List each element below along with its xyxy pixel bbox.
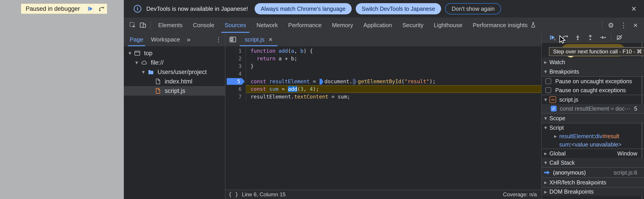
code-line[interactable]: 5const resultElement = document.getEleme… [226,78,541,85]
pretty-print-button[interactable]: { } [226,191,242,198]
gutter-line-number[interactable]: 7 [226,93,246,101]
breakpoint-entry-checkbox[interactable]: ✓ [551,106,556,112]
breakpoint-gutter-line-5[interactable]: 5 [226,78,246,85]
section-scope[interactable]: ▾ Scope [542,113,644,123]
step-button[interactable] [596,33,609,42]
inline-breakpoint-marker[interactable] [320,79,323,85]
caret-down-icon[interactable]: ▾ [542,115,550,121]
code-line[interactable]: 4 [226,70,541,78]
language-infobar: i DevTools is now available in Japanese!… [124,0,644,17]
scope-script-row[interactable]: ▾ Script [542,123,644,132]
code-text: } [246,62,541,70]
settings-gear-icon[interactable]: ⚙ [605,21,617,29]
section-xhr-breakpoints[interactable]: ▸ XHR/fetch Breakpoints [542,177,644,187]
navigator-tab-workspace[interactable]: Workspace [149,33,182,46]
breakpoint-entry-snippet: const resultElement = doc⋯ [560,105,630,112]
tab-performance-insights[interactable]: Performance insights [468,17,541,33]
caret-down-icon[interactable]: ▾ [542,125,550,131]
inspect-element-button[interactable] [128,20,138,30]
code-line[interactable]: 1function add(a, b) { [226,47,541,55]
code-line[interactable]: 3} [226,62,541,70]
code-editor[interactable]: 1function add(a, b) {2 return a + b;3}45… [226,46,541,190]
pause-uncaught-row[interactable]: Pause on uncaught exceptions [542,76,644,86]
pause-caught-checkbox[interactable] [545,87,551,93]
tree-item-index-html[interactable]: index.html [124,77,225,86]
caret-down-icon[interactable]: ▾ [126,50,134,56]
more-tabs-chevron[interactable]: » [187,36,190,43]
editor-tab-close-icon[interactable]: × [268,36,272,43]
gutter-line-number[interactable]: 4 [226,70,246,78]
tree-item-file-origin[interactable]: ▾ file:// [124,58,225,67]
caret-right-icon[interactable]: ▸ [552,133,559,139]
scope-var-sum[interactable]: sum: <value unavailable> [542,140,644,149]
tree-item-script-js[interactable]: script.js [124,86,225,96]
breakpoint-entry-row[interactable]: ✓ const resultElement = doc⋯ 5 [542,104,644,113]
always-match-language-button[interactable]: Always match Chrome's language [254,3,352,14]
scope-global-row[interactable]: ▸ Global Window [542,149,644,158]
section-dom-breakpoints[interactable]: ▸ DOM Breakpoints [542,187,644,196]
caret-down-icon[interactable]: ▾ [542,160,550,166]
device-toolbar-button[interactable] [138,20,148,30]
editor-tab-script-js[interactable]: script.js × [240,33,278,46]
tab-sources[interactable]: Sources [220,17,251,33]
resume-script-button[interactable] [84,4,96,14]
gutter-line-number[interactable]: 3 [226,62,246,70]
dont-show-again-button[interactable]: Don't show again [445,3,501,14]
code-text: function add(a, b) { [246,47,541,55]
gutter-line-number[interactable]: 6 [226,85,246,93]
code-token: ); [313,86,319,92]
code-line[interactable]: 7resultElement.textContent = sum; [226,93,541,101]
caret-down-icon[interactable]: ▾ [542,96,550,103]
pause-caught-row[interactable]: Pause on caught exceptions [542,86,644,95]
breakpoint-flag[interactable]: 5 [227,78,245,85]
step-into-button[interactable] [572,33,584,42]
tab-application[interactable]: Application [358,17,397,33]
code-token: "result" [404,78,430,84]
caret-right-icon[interactable]: ▸ [542,179,550,186]
navigator-kebab-icon[interactable]: ⋮ [212,36,225,43]
deactivate-breakpoints-button[interactable] [613,33,626,42]
section-breakpoints[interactable]: ▾ Breakpoints [542,67,644,76]
toggle-navigator-icon[interactable] [229,36,236,43]
step-out-button[interactable] [584,33,596,42]
gutter-line-number[interactable]: 2 [226,55,246,62]
tree-item-project-folder[interactable]: ▾ Users/user/project [124,67,225,77]
gutter-line-number[interactable]: 1 [226,47,246,55]
caret-down-icon[interactable]: ▾ [140,69,147,75]
caret-down-icon[interactable]: ▾ [542,68,550,75]
tab-elements[interactable]: Elements [153,17,188,33]
section-watch[interactable]: ▸ Watch [542,57,644,67]
tab-console[interactable]: Console [188,17,219,33]
step-over-badge-button[interactable] [96,4,107,14]
caret-right-icon[interactable]: ▸ [542,189,550,195]
switch-to-japanese-button[interactable]: Switch DevTools to Japanese [356,3,441,14]
caret-right-icon[interactable]: ▸ [542,59,550,65]
navigator-tab-page[interactable]: Page [128,33,145,46]
tab-performance[interactable]: Performance [283,17,327,33]
breakpoint-file-group[interactable]: ▾ <> script.js [542,95,644,104]
section-call-stack[interactable]: ▾ Call Stack [542,158,644,167]
tab-lighthouse[interactable]: Lighthouse [428,17,468,33]
html-file-icon [154,78,162,85]
call-stack-frame[interactable]: (anonymous) script.js:6 [542,167,644,177]
code-line[interactable]: 6const sum = add(3, 4); [226,85,541,93]
code-line[interactable]: 2 return a + b; [226,55,541,62]
more-options-kebab-icon[interactable]: ⋮ [617,21,630,29]
infobar-close-button[interactable]: × [629,4,638,13]
resume-button[interactable] [546,33,559,42]
toolbar-right-controls: ⚙ ⋮ × [600,21,644,30]
cloud-icon [140,59,148,66]
scope-var-resultelement[interactable]: ▸ resultElement: div#result [542,132,644,140]
caret-right-icon[interactable]: ▸ [542,150,550,157]
inline-breakpoint-marker[interactable] [353,79,356,85]
code-token: b [300,48,304,54]
tab-security[interactable]: Security [397,17,429,33]
tree-item-top[interactable]: ▾ top [124,48,225,58]
caret-down-icon[interactable]: ▾ [133,59,140,66]
code-token: add [276,48,288,54]
tab-network[interactable]: Network [251,17,283,33]
section-title: Watch [550,59,565,65]
devtools-close-icon[interactable]: × [630,21,641,30]
tab-memory[interactable]: Memory [327,17,358,33]
pause-uncaught-checkbox[interactable] [545,78,551,84]
